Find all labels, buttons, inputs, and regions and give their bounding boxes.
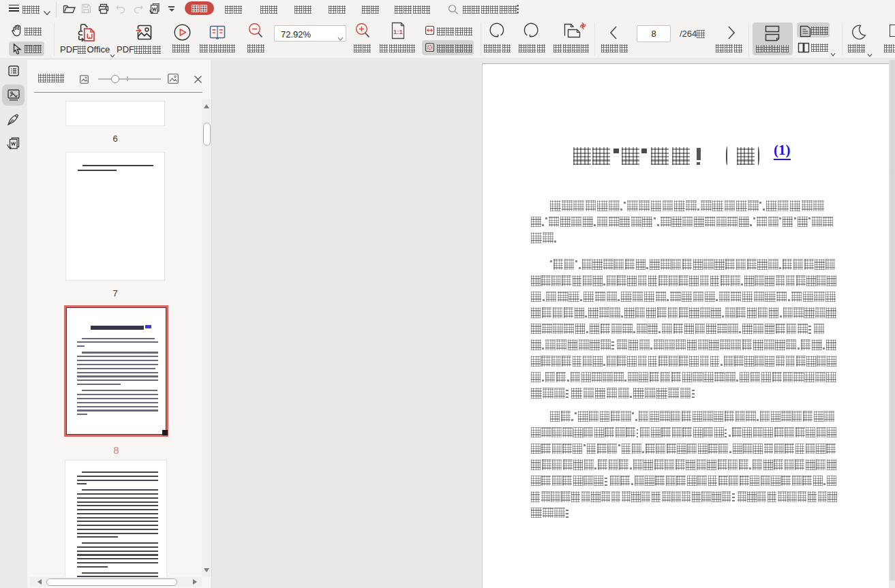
svg-text:1:1: 1:1 (393, 28, 403, 35)
